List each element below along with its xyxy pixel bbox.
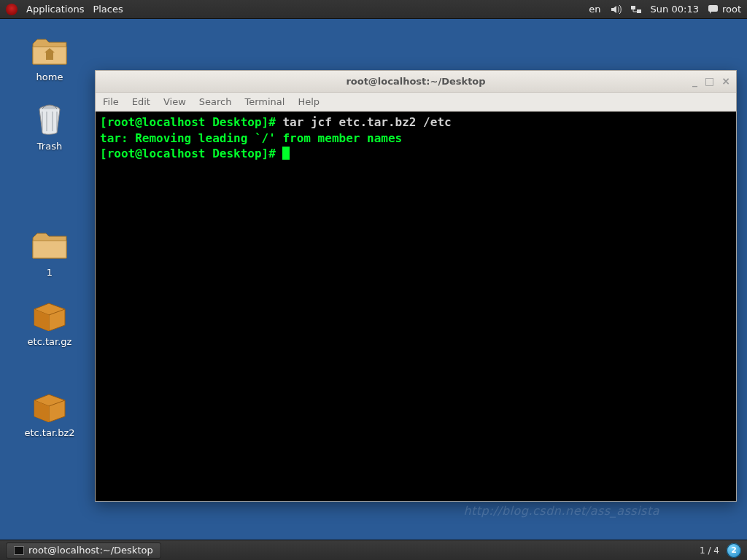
icon-label: 1 — [47, 267, 53, 278]
svg-rect-2 — [708, 5, 718, 12]
watermark-text: http://blog.csdn.net/ass_assista — [463, 504, 659, 518]
desktop-icon-trash[interactable]: Trash — [13, 103, 86, 152]
menu-view[interactable]: View — [163, 96, 186, 107]
volume-icon[interactable] — [610, 4, 622, 15]
taskbar-item-label: root@localhost:~/Desktop — [28, 545, 153, 556]
top-panel: Applications Places en Sun 00:13 root — [0, 0, 747, 19]
window-minimize-button[interactable]: _ — [692, 75, 697, 87]
user-name-label: root — [722, 4, 741, 15]
svg-rect-0 — [631, 6, 635, 9]
window-title: root@localhost:~/Desktop — [346, 76, 485, 87]
menu-file[interactable]: File — [103, 96, 119, 107]
workspace-indicator[interactable]: 1 / 4 — [700, 545, 719, 556]
icon-label: home — [36, 71, 63, 82]
places-menu[interactable]: Places — [93, 4, 123, 15]
terminal-window[interactable]: root@localhost:~/Desktop _ □ × File Edit… — [95, 70, 737, 502]
terminal-output: tar: Removing leading `/' from member na… — [100, 131, 402, 145]
menu-edit[interactable]: Edit — [132, 96, 150, 107]
archive-icon — [30, 298, 69, 333]
keyboard-lang-indicator[interactable]: en — [589, 4, 600, 15]
terminal-prompt: [root@localhost Desktop]# — [100, 147, 282, 160]
desktop-icon-etc-tar-bz2[interactable]: etc.tar.bz2 — [13, 389, 86, 438]
terminal-viewport[interactable]: [root@localhost Desktop]# tar jcf etc.ta… — [96, 112, 736, 501]
user-chat-icon — [708, 4, 719, 15]
svg-rect-1 — [637, 9, 641, 13]
folder-home-icon — [30, 34, 69, 69]
terminal-prompt: [root@localhost Desktop]# — [100, 115, 282, 129]
archive-icon — [30, 389, 69, 424]
desktop-icon-etc-tar-gz[interactable]: etc.tar.gz — [13, 298, 86, 347]
menu-terminal[interactable]: Terminal — [244, 96, 285, 107]
taskbar-item-terminal[interactable]: root@localhost:~/Desktop — [6, 542, 161, 559]
window-titlebar[interactable]: root@localhost:~/Desktop _ □ × — [96, 71, 736, 93]
window-close-button[interactable]: × — [721, 75, 730, 87]
desktop-icon-folder-1[interactable]: 1 — [13, 229, 86, 278]
desktop-icon-home[interactable]: home — [13, 34, 86, 82]
terminal-app-icon — [14, 546, 24, 555]
terminal-command: tar jcf etc.tar.bz2 /etc — [282, 115, 451, 129]
fedora-hat-icon[interactable] — [6, 4, 18, 15]
user-menu[interactable]: root — [708, 4, 741, 15]
folder-icon — [30, 229, 69, 264]
menu-help[interactable]: Help — [298, 96, 320, 107]
icon-label: etc.tar.gz — [28, 336, 72, 347]
trash-icon — [30, 103, 69, 138]
icon-label: Trash — [37, 141, 62, 152]
desktop[interactable]: home Trash 1 — [0, 19, 747, 540]
terminal-cursor — [282, 147, 290, 160]
window-maximize-button[interactable]: □ — [705, 75, 714, 87]
menu-search[interactable]: Search — [199, 96, 232, 107]
applications-menu[interactable]: Applications — [26, 4, 84, 15]
icon-label: etc.tar.bz2 — [24, 427, 74, 438]
clock[interactable]: Sun 00:13 — [651, 4, 699, 15]
notification-badge[interactable]: 2 — [727, 543, 741, 558]
bottom-panel: root@localhost:~/Desktop 1 / 4 2 — [0, 540, 747, 560]
terminal-menubar: File Edit View Search Terminal Help — [96, 93, 736, 112]
network-icon[interactable] — [630, 4, 642, 15]
